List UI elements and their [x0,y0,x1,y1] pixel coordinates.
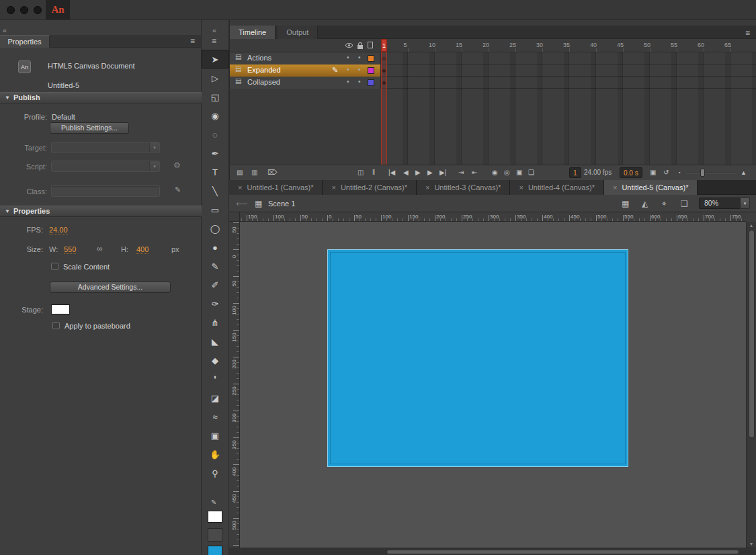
close-tab-icon[interactable]: × [425,183,429,191]
fill-color-swatch[interactable] [208,546,222,555]
edit-symbols-button[interactable]: ◭ [642,199,648,208]
ink-bottle-tool[interactable]: ◆ [202,351,228,370]
outline-all-icon[interactable] [368,42,373,48]
selection-tool[interactable]: ➤ [202,50,228,69]
delete-layer-button[interactable]: ⌦ [267,167,277,178]
step-forward-button[interactable]: ▶ [427,167,433,178]
free-transform-tool[interactable]: ◱ [202,87,228,106]
layer-lock-dot[interactable]: • [358,54,361,61]
layer-lock-dot[interactable]: • [358,78,361,85]
close-tab-icon[interactable]: × [613,183,617,191]
script-dropdown[interactable]: ▾ [51,161,160,172]
vertical-scrollbar-thumb[interactable] [749,230,755,438]
document-tab[interactable]: × Untitled-1 (Canvas)* [229,180,323,195]
vertical-scrollbar[interactable]: ▲ ▼ [746,222,756,548]
gradient-transform-tool[interactable]: ◉ [202,106,228,125]
brush-tool[interactable]: ✐ [202,275,228,294]
pause-button[interactable]: ‖ [372,167,375,178]
onion-skin-button[interactable]: ◉ [492,167,498,178]
timeline-zoom-slider[interactable] [687,173,737,174]
zoom-tool[interactable]: ⚲ [202,464,228,482]
lock-all-icon[interactable] [358,45,363,49]
zoom-dropdown-button[interactable]: ▾ [740,198,750,209]
swap-colors-button[interactable] [208,528,222,542]
vertical-ruler[interactable]: 50050100150200250300350400450500 [229,222,240,548]
new-layer-button[interactable]: ▤ [237,167,243,178]
center-stage-button[interactable]: ⌖ [662,199,667,208]
pencil-tool[interactable]: ✎ [202,257,228,275]
snap-to-playhead-button[interactable]: ▣ [650,167,656,178]
publish-settings-button[interactable]: Publish Settings... [50,122,129,134]
bone-tool[interactable]: ⋔ [202,313,228,332]
timeline-tab[interactable]: Output [278,26,318,39]
stage[interactable] [327,249,628,467]
remove-frame-button[interactable]: ⇤ [472,167,477,178]
go-to-last-frame-button[interactable]: ▶| [439,167,446,178]
subselection-tool[interactable]: ▷ [202,69,228,87]
class-field[interactable] [51,185,160,197]
clip-content-button[interactable]: ❑ [681,199,688,208]
close-tab-icon[interactable]: × [331,183,335,191]
horizontal-scrollbar[interactable] [229,548,756,555]
collapse-panel-icon[interactable]: « [3,26,7,34]
layer-name[interactable]: Actions [247,54,271,62]
collapse-tools-icon[interactable]: « [212,26,216,34]
primitive-oval-tool[interactable]: ● [202,238,228,257]
camera-tool[interactable]: ▣ [202,426,228,445]
go-to-first-frame-button[interactable]: |◀ [388,167,395,178]
edit-multiple-frames-button[interactable]: ▣ [516,167,522,178]
frame-rate-indicator[interactable]: 24.00 fps [584,167,612,178]
stage-color-swatch[interactable] [51,304,70,314]
horizontal-scrollbar-thumb[interactable] [386,550,739,554]
link-dimensions-icon[interactable]: ∞ [97,244,103,253]
tab-properties[interactable]: Properties [0,35,50,48]
tools-menu-icon[interactable]: ≡ [212,36,216,46]
zoom-window-button[interactable] [34,6,42,14]
paint-brush-tool[interactable]: ✑ [202,294,228,313]
width-value[interactable]: 550 [64,245,76,254]
layer-color-swatch[interactable] [368,79,374,86]
horizontal-ruler[interactable]: 1501005005010015020025030035040045050055… [240,212,746,222]
play-button[interactable]: ▶ [415,167,421,178]
scroll-down-icon[interactable]: ▼ [747,542,756,546]
timeline-tab[interactable]: Timeline [230,26,276,39]
oval-tool[interactable]: ◯ [202,219,228,238]
close-tab-icon[interactable]: × [519,183,523,191]
document-tab[interactable]: × Untitled-5 (Canvas)* [604,180,698,195]
timeline-zoom-out-icon[interactable]: ▪ [679,167,680,178]
panel-menu-icon[interactable]: ≡ [190,36,194,46]
line-tool[interactable]: ╲ [202,181,228,200]
close-tab-icon[interactable]: × [238,183,242,191]
new-folder-button[interactable]: ▥ [251,167,257,178]
timeline-zoom-slider-thumb[interactable] [700,169,705,177]
fps-value[interactable]: 24.00 [49,226,68,234]
pen-tool[interactable]: ✒ [202,144,228,163]
timeline-layer-row[interactable]: ▤ Actions ✎ • • [230,52,756,65]
hand-tool[interactable]: ✋ [202,445,228,464]
timeline-menu-icon[interactable]: ≡ [745,28,749,38]
document-tab[interactable]: × Untitled-3 (Canvas)* [417,180,510,195]
step-back-button[interactable]: ◀ [403,167,409,178]
document-tab[interactable]: × Untitled-4 (Canvas)* [510,180,603,195]
onion-skin-outlines-button[interactable]: ◎ [504,167,510,178]
width-tool[interactable]: ≈ [202,407,228,426]
layer-name[interactable]: Expanded [247,66,281,74]
center-frame-button[interactable]: ◫ [358,167,364,178]
layer-lock-dot[interactable]: • [358,66,361,73]
reset-timeline-zoom-button[interactable]: ↺ [663,167,669,178]
scene-name[interactable]: Scene 1 [268,200,295,208]
publish-section-header[interactable]: ▼Publish [0,92,202,103]
text-tool[interactable]: T [202,163,228,181]
properties-section-header[interactable]: ▼Properties [0,206,202,217]
layer-visibility-dot[interactable]: • [347,66,349,73]
timeline-zoom-in-icon[interactable]: ▲ [741,167,747,178]
modify-markers-button[interactable]: ❏ [528,167,534,178]
rectangle-tool[interactable]: ▭ [202,200,228,219]
insert-frame-button[interactable]: ⇥ [458,167,464,178]
height-value[interactable]: 400 [136,245,149,254]
layer-name[interactable]: Collapsed [247,78,280,86]
pasteboard[interactable] [240,222,746,548]
current-frame-indicator[interactable]: 1 [569,167,581,178]
elapsed-time-indicator[interactable]: 0.0 s [620,167,642,178]
scroll-up-icon[interactable]: ▲ [747,223,756,228]
